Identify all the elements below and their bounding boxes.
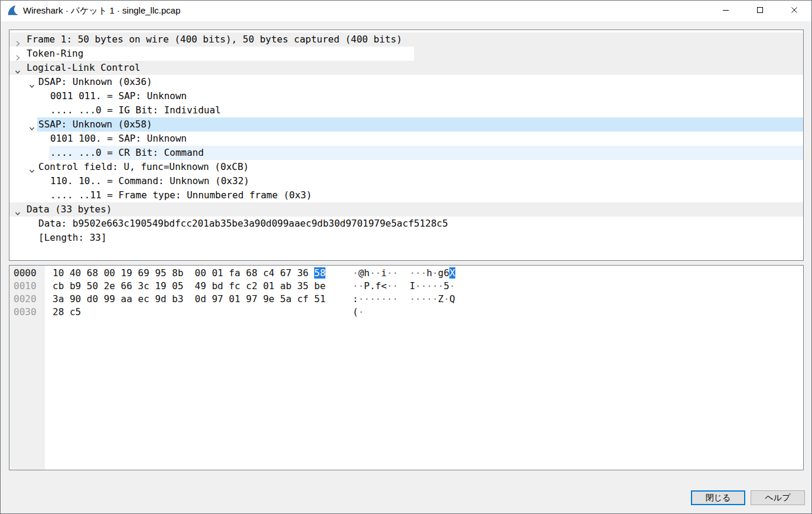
expanded-arrow-icon[interactable]: [29, 122, 35, 127]
tree-row[interactable]: Data: b9502e663c190549bdfcc201ab35be3a90…: [9, 217, 803, 231]
tree-row-label: Data: b9502e663c190549bdfcc201ab35be3a90…: [38, 217, 448, 231]
close-icon: [791, 6, 798, 15]
tree-row[interactable]: [Length: 33]: [9, 231, 803, 245]
expanded-arrow-icon[interactable]: [15, 207, 21, 212]
help-button[interactable]: ヘルプ: [751, 490, 805, 505]
tree-row[interactable]: 110. 10.. = Command: Unknown (0x32): [9, 174, 803, 188]
hex-ascii[interactable]: ·@h··i·· ···h·g6X: [353, 267, 455, 280]
expanded-arrow-icon[interactable]: [15, 65, 21, 71]
minimize-button[interactable]: [709, 1, 743, 21]
expanded-arrow-icon[interactable]: [29, 79, 35, 85]
tree-row-label: .... ...0 = IG Bit: Individual: [50, 103, 221, 117]
tree-row-label: 0011 011. = SAP: Unknown: [50, 89, 187, 103]
tree-row[interactable]: Token-Ring: [9, 47, 803, 61]
close-window-button[interactable]: [777, 1, 811, 21]
tree-row-label: Control field: U, func=Unknown (0xCB): [38, 160, 249, 174]
tree-row-label: Data (33 bytes): [27, 202, 112, 217]
tree-row-label: Token-Ring: [27, 47, 83, 61]
selected-byte[interactable]: 58: [314, 267, 325, 279]
tree-row-label: Logical-Link Control: [27, 61, 141, 75]
tree-row-label: Frame 1: 50 bytes on wire (400 bits), 50…: [27, 32, 402, 47]
expanded-arrow-icon[interactable]: [29, 164, 35, 170]
row-stripe-fragment: [414, 47, 803, 61]
tree-row-label: SSAP: Unknown (0x58): [38, 117, 152, 132]
tree-row-label: 0101 100. = SAP: Unknown: [50, 132, 187, 146]
tree-row[interactable]: 0011 011. = SAP: Unknown: [9, 89, 803, 103]
collapsed-arrow-icon[interactable]: [15, 51, 21, 57]
maximize-icon: [756, 6, 764, 15]
collapsed-arrow-icon[interactable]: [15, 37, 21, 42]
hex-bytes[interactable]: 28 c5: [53, 306, 81, 319]
tree-row-label: .... ..11 = Frame type: Unnumbered frame…: [50, 188, 312, 202]
tree-row[interactable]: Data (33 bytes): [9, 202, 803, 217]
hex-bytes[interactable]: 3a 90 d0 99 aa ec 9d b3 0d 97 01 97 9e 5…: [53, 293, 325, 306]
titlebar[interactable]: Wireshark · パケット 1 · single_llc.pcap: [1, 1, 811, 21]
packet-detail-tree[interactable]: Frame 1: 50 bytes on wire (400 bits), 50…: [9, 30, 804, 261]
tree-row-label: [Length: 33]: [38, 231, 107, 245]
tree-row-label: DSAP: Unknown (0x36): [38, 75, 152, 89]
hex-ascii[interactable]: :······· ·····Z·Q: [353, 293, 455, 306]
hex-bytes[interactable]: 10 40 68 00 19 69 95 8b 00 01 fa 68 c4 6…: [53, 267, 325, 280]
tree-row[interactable]: .... ...0 = CR Bit: Command: [9, 146, 803, 160]
window-title: Wireshark · パケット 1 · single_llc.pcap: [23, 1, 180, 21]
wireshark-icon: [7, 5, 19, 17]
tree-row[interactable]: 0101 100. = SAP: Unknown: [9, 132, 803, 146]
hex-row[interactable]: 0010cb b9 50 2e 66 3c 19 05 49 bd fc c2 …: [9, 280, 803, 293]
tree-row[interactable]: .... ...0 = IG Bit: Individual: [9, 103, 803, 117]
hex-row[interactable]: 000010 40 68 00 19 69 95 8b 00 01 fa 68 …: [9, 267, 803, 280]
minimize-icon: [722, 6, 729, 15]
hex-dump-pane[interactable]: 000010 40 68 00 19 69 95 8b 00 01 fa 68 …: [9, 265, 804, 470]
tree-row[interactable]: Control field: U, func=Unknown (0xCB): [9, 160, 803, 174]
tree-row[interactable]: SSAP: Unknown (0x58): [9, 117, 803, 132]
maximize-button[interactable]: [743, 1, 777, 21]
tree-row[interactable]: Frame 1: 50 bytes on wire (400 bits), 50…: [9, 32, 803, 47]
tree-row[interactable]: .... ..11 = Frame type: Unnumbered frame…: [9, 188, 803, 202]
hex-bytes[interactable]: cb b9 50 2e 66 3c 19 05 49 bd fc c2 01 a…: [53, 280, 325, 293]
hex-rows: 000010 40 68 00 19 69 95 8b 00 01 fa 68 …: [9, 267, 803, 319]
hex-offset-label: 0010: [14, 280, 37, 293]
tree-row-label: 110. 10.. = Command: Unknown (0x32): [50, 174, 249, 188]
hex-ascii[interactable]: (·: [353, 306, 364, 319]
tree-row-label: .... ...0 = CR Bit: Command: [50, 146, 204, 160]
hex-offset-label: 0020: [14, 293, 37, 306]
packet-dialog-window: Wireshark · パケット 1 · single_llc.pcap Fra…: [0, 0, 812, 514]
window-controls: [709, 1, 811, 21]
hex-offset-label: 0030: [14, 306, 37, 319]
hex-row[interactable]: 003028 c5(·: [9, 306, 803, 319]
hex-row[interactable]: 00203a 90 d0 99 aa ec 9d b3 0d 97 01 97 …: [9, 293, 803, 306]
selected-ascii-char[interactable]: X: [449, 267, 455, 279]
hex-offset-label: 0000: [14, 267, 37, 280]
hex-ascii[interactable]: ··P.f<·· I·····5·: [353, 280, 455, 293]
tree-row[interactable]: Logical-Link Control: [9, 61, 803, 75]
tree-row[interactable]: DSAP: Unknown (0x36): [9, 75, 803, 89]
close-button[interactable]: 閉じる: [691, 490, 745, 505]
